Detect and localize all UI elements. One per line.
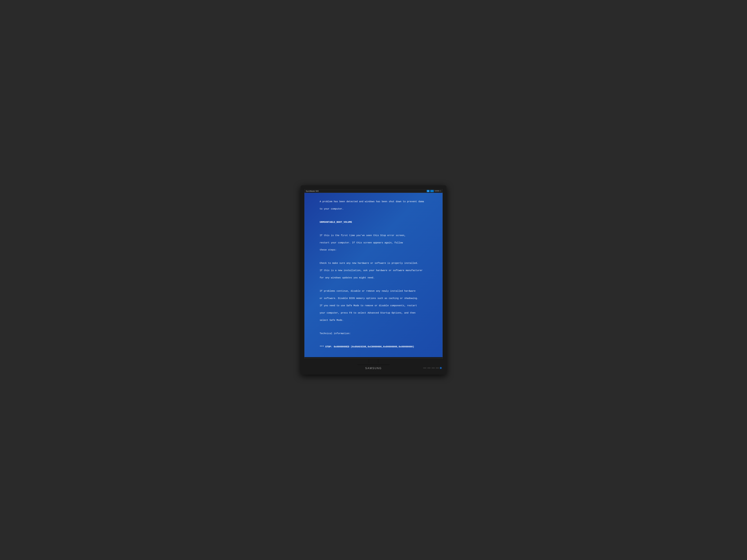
bsod-tech-label: Technical information: [320,332,351,335]
monitor-brand-bar: SyncMaster 943 ⊞ i 50000:1 [305,189,442,193]
bsod-line1: A problem has been detected and windows … [320,200,424,203]
monitor-button-menu[interactable] [423,368,426,369]
bsod-error-code: UNMOUNTABLE_BOOT_VOLUME [320,221,352,223]
resolution-label: 50000:1 [434,190,441,192]
bsod-p1-l1: If this is the first time you've seen th… [320,234,406,237]
monitor-button-enter[interactable] [436,368,439,369]
samsung-brand-label: SAMSUNG [365,367,382,370]
monitor-bottom-bar [305,357,442,358]
intel-icon: i [430,190,434,192]
bsod-p2-l3: for any windows updates you might need. [320,276,375,279]
bsod-p2-l2: If this is a new installation, ask your … [320,269,422,272]
monitor-control-buttons [423,367,442,369]
bsod-p2-l1: Check to make sure any new hardware or s… [320,262,418,264]
bsod-stop-code: *** STOP: 0x0000000ED (0x89A93C08,0xC000… [320,345,414,348]
bsod-line2: to your computer. [320,208,344,210]
bsod-screen: A problem has been detected and windows … [305,193,442,357]
monitor-power-button[interactable] [440,367,442,369]
bsod-p3-l2: or software. Disable BIOS memory options… [320,297,418,300]
monitor-button-down[interactable] [427,368,431,369]
bsod-p1-l3: these steps: [320,248,337,251]
monitor-button-up[interactable] [432,368,435,369]
monitor-bezel: SyncMaster 943 ⊞ i 50000:1 A problem has… [304,188,443,359]
windows-icon: ⊞ [427,190,430,192]
monitor-icons: ⊞ i 50000:1 [427,190,441,192]
bsod-p3-l3: If you need to use Safe Mode to remove o… [320,304,417,307]
bsod-p3-l4: your computer, press F8 to select Advanc… [320,312,416,314]
bsod-p3-l1: If problems continue, disable or remove … [320,290,416,292]
monitor-stand-neck [369,359,378,363]
bsod-p1-l2: restart your computer. If this screen ap… [320,241,403,244]
bsod-p3-l5: select Safe Mode. [320,319,344,321]
monitor: SyncMaster 943 ⊞ i 50000:1 A problem has… [301,185,446,374]
monitor-model-label: SyncMaster 943 [306,190,318,192]
monitor-stand-base [357,363,390,365]
bsod-content: A problem has been detected and windows … [308,196,439,352]
